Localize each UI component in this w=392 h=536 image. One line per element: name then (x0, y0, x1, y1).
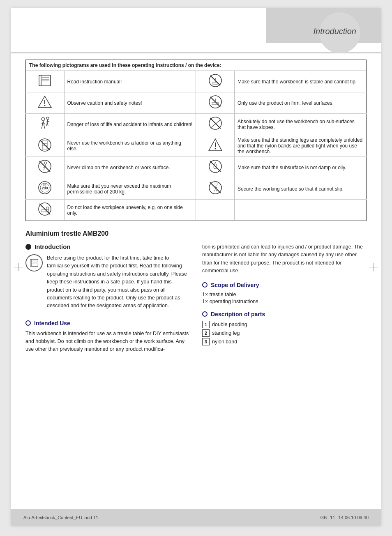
picto-text-3-right: Absolutely do not use the workbench on s… (235, 114, 367, 135)
picto-icon-no-climb (26, 157, 65, 178)
picto-text-2-left: Observe caution and safety notes! (64, 92, 196, 114)
picto-row-1: Read instruction manual! Make sure that … (26, 71, 367, 92)
description-items: 1 double padding 2 standing leg 3 nylon … (202, 321, 367, 345)
picto-icon-no-slope (196, 114, 235, 135)
picto-row-2: Observe caution and safety notes! Only u… (26, 92, 367, 114)
desc-item-2-text: standing leg (212, 330, 240, 336)
main-content: The following pictograms are used in the… (11, 53, 381, 363)
picto-text-7-right (235, 200, 367, 221)
scope-item-1-text: 1× trestle table (202, 292, 236, 297)
picto-icon-max-load: 200 kg (26, 178, 65, 200)
svg-text:kg: kg (44, 184, 47, 187)
scope-heading: Scope of Delivery (202, 282, 367, 288)
scope-item-1: 1× trestle table (202, 292, 367, 297)
picto-text-1-left: Read instruction manual! (64, 71, 196, 92)
desc-item-1: 1 double padding (202, 321, 367, 328)
circle-icon (25, 320, 31, 326)
svg-point-11 (44, 105, 46, 106)
main-title: Aluminium trestle AMB200 (25, 230, 367, 237)
desc-item-2: 2 standing leg (202, 329, 367, 337)
scope-items: 1× trestle table 1× operating instructio… (202, 292, 367, 304)
page: Introduction The following pictograms ar… (11, 8, 381, 526)
svg-line-28 (48, 121, 49, 122)
introduction-heading: Introduction (25, 243, 190, 250)
scope-label: Scope of Delivery (211, 282, 259, 288)
picto-icon-no-damp (196, 157, 235, 178)
svg-line-20 (44, 125, 45, 129)
picto-table-header: The following pictograms are used in the… (26, 60, 367, 71)
picto-icon-no-slip (196, 178, 235, 200)
intended-use-paragraph-1: This workbench is intended for use as a … (25, 330, 190, 354)
desc-item-1-text: double padding (212, 322, 247, 327)
column-left: Introduction Before using the product fo… (25, 243, 190, 357)
svg-point-42 (44, 162, 47, 164)
intro-icon-block: Before using the product for the first t… (25, 254, 190, 313)
scope-item-2-text: 1× operating instructions (202, 299, 258, 304)
bullet-icon (25, 244, 31, 250)
svg-point-39 (214, 148, 216, 149)
desc-item-3-text: nylon band (212, 339, 237, 345)
svg-point-16 (42, 117, 45, 121)
desc-item-1-num: 1 (202, 321, 210, 328)
svg-text:200: 200 (42, 186, 48, 190)
picto-icon-child (26, 114, 65, 135)
svg-line-33 (40, 140, 50, 150)
description-label: Description of parts (211, 311, 265, 317)
two-column-layout: Introduction Before using the product fo… (25, 243, 367, 357)
svg-rect-1 (41, 75, 42, 86)
scope-item-2: 1× operating instructions (202, 299, 367, 304)
svg-line-26 (47, 123, 48, 126)
desc-item-2-num: 2 (202, 329, 210, 337)
picto-row-4: Never use the workbench as a ladder or a… (26, 135, 367, 157)
picto-icon-no-uneven (26, 200, 65, 221)
picto-row-6: 200 kg Make sure that you never exceed t… (26, 178, 367, 200)
footer-page: 11 (330, 515, 335, 520)
picto-text-7-left: Do not load the workpiece unevenly, e.g.… (64, 200, 196, 221)
picto-text-1-right: Make sure that the workbench is stable a… (235, 71, 367, 92)
footer-right: GB 11 14.06.10 09:40 (320, 515, 369, 520)
picto-text-3-left: Danger of loss of life and accident to i… (64, 114, 196, 135)
svg-rect-64 (46, 207, 48, 210)
crosshair-right (369, 263, 378, 271)
picto-text-5-left: Never climb on the workbench or work sur… (64, 157, 196, 178)
scope-circle-icon (202, 282, 208, 288)
pictogram-table: The following pictograms are used in the… (25, 60, 367, 221)
intro-book-icon (25, 254, 43, 271)
page-title: Introduction (313, 27, 356, 36)
picto-icon-no-ladder (26, 135, 65, 157)
picto-text-6-right: Secure the working surface so that it ca… (235, 178, 367, 200)
picto-row-3: Danger of loss of life and accident to i… (26, 114, 367, 135)
picto-text-6-left: Make sure that you never exceed the maxi… (64, 178, 196, 200)
picto-row-5: Never climb on the workbench or work sur… (26, 157, 367, 178)
svg-rect-66 (31, 259, 32, 266)
picto-icon-book (26, 71, 65, 92)
picto-text-4-left: Never use the workbench as a ladder or a… (64, 135, 196, 157)
intended-use-paragraph-2: tion is prohibited and can lead to injur… (202, 243, 367, 275)
svg-line-44 (44, 167, 45, 170)
svg-point-23 (46, 117, 49, 120)
crosshair-left (14, 263, 23, 271)
intended-use-label: Intended Use (34, 320, 70, 327)
footer-file-info: Alu-Arbeitsbock_Content_EU.indd 11 (23, 515, 98, 520)
picto-text-4-right: Make sure that the standing legs are com… (235, 135, 367, 157)
intro-first-paragraph: Before using the product for the first t… (47, 254, 190, 310)
svg-line-19 (42, 126, 42, 129)
picto-row-7: Do not load the workpiece unevenly, e.g.… (26, 200, 367, 221)
introduction-label: Introduction (35, 243, 70, 250)
picto-text-2-right: Only use the product on firm, level surf… (235, 92, 367, 114)
column-right: tion is prohibited and can lead to injur… (202, 243, 367, 357)
svg-point-55 (215, 183, 217, 185)
svg-line-59 (214, 189, 215, 191)
intended-use-heading: Intended Use (25, 320, 190, 327)
picto-icon-no-tilt (196, 92, 235, 114)
desc-item-3-num: 3 (202, 338, 210, 345)
footer-date: 14.06.10 09:40 (339, 515, 369, 520)
header: Introduction (11, 8, 381, 53)
description-circle-icon (202, 311, 208, 317)
svg-line-41 (39, 161, 50, 172)
picto-icon-warning (26, 92, 65, 114)
picto-empty-cell (196, 200, 235, 221)
picto-icon-no-stable (196, 71, 235, 92)
footer: Alu-Arbeitsbock_Content_EU.indd 11 GB 11… (11, 509, 381, 526)
picto-text-5-right: Make sure that the subsurface is not dam… (235, 157, 367, 178)
